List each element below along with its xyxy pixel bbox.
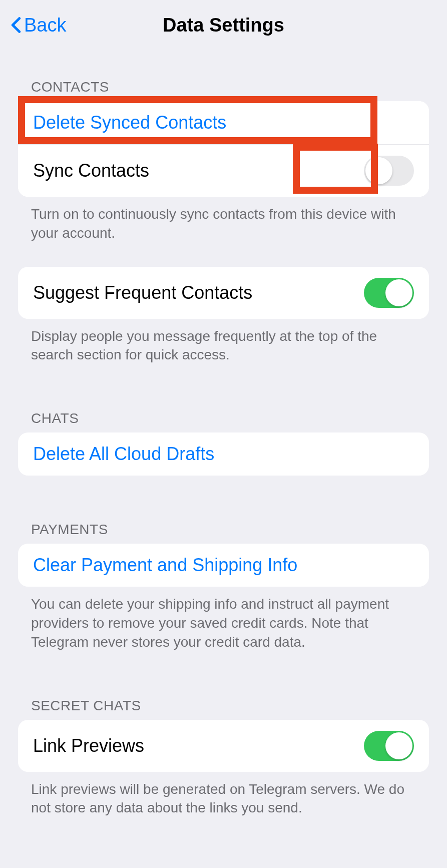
suggest-frequent-footer: Display people you message frequently at… xyxy=(0,319,447,365)
page-title: Data Settings xyxy=(163,15,284,36)
suggest-frequent-row: Suggest Frequent Contacts xyxy=(18,267,429,319)
suggest-frequent-label: Suggest Frequent Contacts xyxy=(33,282,252,303)
link-previews-toggle[interactable] xyxy=(364,731,414,761)
group-contacts-top: Delete Synced Contacts Sync Contacts xyxy=(18,101,429,197)
group-chats: Delete All Cloud Drafts xyxy=(18,432,429,476)
sync-contacts-label: Sync Contacts xyxy=(33,160,149,181)
group-payments: Clear Payment and Shipping Info xyxy=(18,544,429,587)
group-secret-chats: Link Previews xyxy=(18,720,429,772)
sync-contacts-footer: Turn on to continuously sync contacts fr… xyxy=(0,197,447,243)
toggle-knob xyxy=(385,279,412,306)
suggest-frequent-toggle[interactable] xyxy=(364,278,414,308)
delete-cloud-drafts-label: Delete All Cloud Drafts xyxy=(33,444,214,465)
toggle-knob xyxy=(365,157,392,184)
sync-contacts-toggle[interactable] xyxy=(364,156,414,186)
group-suggest-frequent: Suggest Frequent Contacts xyxy=(18,267,429,319)
sync-contacts-row: Sync Contacts xyxy=(18,144,429,197)
delete-cloud-drafts-row[interactable]: Delete All Cloud Drafts xyxy=(18,432,429,476)
delete-synced-contacts-label: Delete Synced Contacts xyxy=(33,112,226,133)
link-previews-row: Link Previews xyxy=(18,720,429,772)
section-header-secret-chats: SECRET CHATS xyxy=(0,652,447,720)
section-header-payments: PAYMENTS xyxy=(0,476,447,544)
back-button[interactable]: Back xyxy=(10,15,66,36)
link-previews-footer: Link previews will be generated on Teleg… xyxy=(0,772,447,818)
section-header-contacts: CONTACTS xyxy=(0,50,447,101)
delete-synced-contacts-row[interactable]: Delete Synced Contacts xyxy=(18,101,429,144)
toggle-knob xyxy=(385,732,412,759)
back-label: Back xyxy=(24,15,66,36)
navigation-bar: Back Data Settings xyxy=(0,0,447,50)
clear-payment-footer: You can delete your shipping info and in… xyxy=(0,587,447,651)
chevron-left-icon xyxy=(10,15,22,35)
section-header-chats: CHATS xyxy=(0,364,447,432)
clear-payment-row[interactable]: Clear Payment and Shipping Info xyxy=(18,544,429,587)
clear-payment-label: Clear Payment and Shipping Info xyxy=(33,555,297,576)
link-previews-label: Link Previews xyxy=(33,735,144,756)
